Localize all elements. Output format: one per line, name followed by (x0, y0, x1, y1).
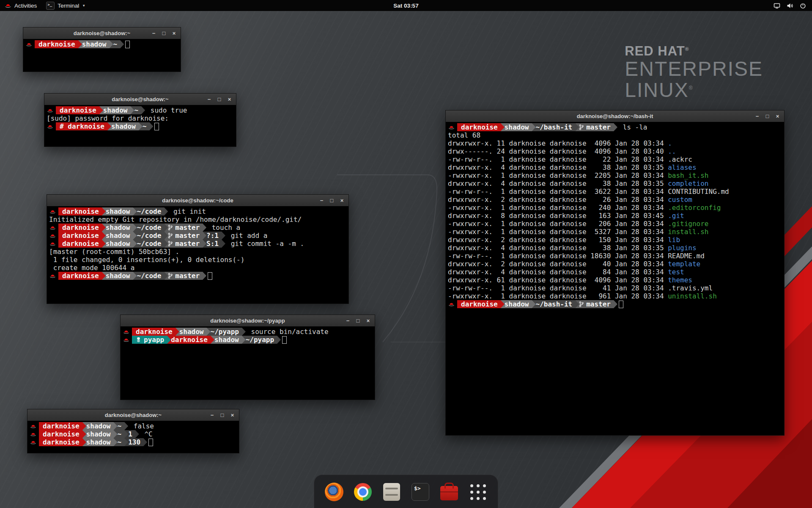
maximize-button[interactable]: □ (327, 196, 336, 205)
redhat-prompt-icon (49, 225, 56, 230)
chrome-icon[interactable] (353, 482, 373, 502)
terminal-content[interactable]: darknoiseshadow~ falsedarknoiseshadow~1 … (27, 421, 239, 453)
window-titlebar[interactable]: darknoise@shadow:~−□× (44, 94, 236, 105)
close-button[interactable]: × (170, 29, 178, 38)
terminal-content[interactable]: darknoiseshadow~ (23, 39, 181, 72)
branch-icon (579, 301, 584, 307)
window-titlebar[interactable]: darknoise@shadow:~/code−□× (47, 195, 348, 207)
terminal-text: drwxrwxr-x. 11 darknoise darknoise 4096 … (448, 139, 668, 147)
prompt-segment: shadow (102, 272, 137, 280)
terminal-text: false (129, 422, 154, 430)
branch-icon (168, 224, 173, 231)
terminal-line: Initialized empty Git repository in /hom… (49, 215, 348, 224)
prompt-segment: darknoise (167, 336, 214, 344)
terminal-cursor (154, 123, 159, 130)
minimize-button[interactable]: − (317, 196, 326, 205)
terminal-text: -rwxrwxr-x. 1 darknoise darknoise 2205 J… (448, 171, 668, 179)
terminal-line: drwxrwxr-x. 4 darknoise darknoise 38 Jan… (448, 163, 784, 171)
redhat-prompt-icon (49, 233, 56, 238)
prompt-segment: darknoise (58, 272, 106, 280)
redhat-prompt-icon (30, 423, 36, 429)
window-titlebar[interactable]: darknoise@shadow:~−□× (23, 28, 181, 39)
terminal-line: drwxrwxr-x. 4 darknoise darknoise 84 Jan… (448, 268, 784, 276)
top-bar: Activities >_ Terminal ▼ Sat 03:57 (0, 0, 812, 11)
firefox-icon[interactable] (324, 482, 344, 502)
terminal-text: CONTRIBUTING.md (668, 188, 729, 196)
terminal-line: 1 file changed, 0 insertions(+), 0 delet… (49, 256, 348, 264)
terminal-content[interactable]: darknoiseshadow~ sudo true[sudo] passwor… (44, 105, 236, 146)
terminal-content[interactable]: darknoiseshadow~/pyapp source bin/activa… (121, 326, 375, 400)
redhat-toolbox-icon[interactable] (439, 482, 459, 502)
close-button[interactable]: × (773, 112, 782, 121)
maximize-button[interactable]: □ (218, 411, 227, 420)
system-status-area[interactable] (774, 0, 812, 11)
branch-icon (579, 124, 584, 130)
terminal-text: install.sh (668, 228, 708, 236)
prompt-segment: shadow (102, 232, 137, 240)
terminal-icon[interactable]: $> (411, 482, 430, 502)
show-applications-icon[interactable] (468, 482, 488, 502)
terminal-window-pyapp[interactable]: darknoise@shadow:~/pyapp−□×darknoiseshad… (120, 315, 375, 400)
prompt-segment: shadow (78, 40, 113, 48)
redhat-prompt-icon (448, 124, 455, 130)
branch-icon (168, 232, 173, 239)
redhat-prompt-icon (47, 124, 53, 129)
terminal-text: drwxrwxr-x. 2 darknoise darknoise 26 Jan… (448, 196, 668, 204)
prompt-segment: darknoise (58, 207, 106, 215)
close-button[interactable]: × (364, 316, 373, 325)
terminal-app-icon: >_ (46, 2, 55, 10)
clock[interactable]: Sat 03:57 (393, 3, 418, 9)
terminal-line: darknoiseshadow~/codemasterS:1 git commi… (49, 240, 348, 248)
terminal-line: darknoiseshadow~ (25, 40, 181, 48)
maximize-button[interactable]: □ (215, 95, 224, 104)
terminal-line: # darknoiseshadow~ (47, 122, 236, 130)
terminal-cursor (125, 41, 130, 48)
maximize-button[interactable]: □ (159, 29, 168, 38)
minimize-button[interactable]: − (208, 411, 217, 420)
terminal-window-code[interactable]: darknoise@shadow:~/code−□×darknoiseshado… (47, 194, 349, 304)
terminal-window-home-1[interactable]: darknoise@shadow:~−□×darknoiseshadow~ (23, 27, 181, 72)
terminal-text: test (668, 268, 684, 276)
close-button[interactable]: × (337, 196, 346, 205)
terminal-content[interactable]: darknoiseshadow~/bash-itmaster ls -latot… (446, 122, 784, 435)
terminal-content[interactable]: darknoiseshadow~/code git initInitialize… (47, 206, 348, 304)
window-title: darknoise@shadow:~/bash-it (577, 113, 653, 119)
terminal-window-sudo[interactable]: darknoise@shadow:~−□×darknoiseshadow~ su… (44, 93, 236, 147)
minimize-button[interactable]: − (753, 112, 762, 121)
minimize-button[interactable]: − (149, 29, 158, 38)
prompt-segment: pyapp (132, 336, 171, 344)
window-titlebar[interactable]: darknoise@shadow:~/bash-it−□× (446, 110, 784, 122)
prompt-segment: shadow (102, 224, 137, 232)
terminal-window-bashit[interactable]: darknoise@shadow:~/bash-it−□×darknoisesh… (445, 110, 785, 436)
terminal-text: -rw-rw-r--. 1 darknoise darknoise 3622 J… (448, 188, 668, 196)
terminal-line: [sudo] password for darknoise: (47, 114, 236, 122)
terminal-line: total 68 (448, 131, 784, 139)
prompt-segment: darknoise (58, 224, 106, 232)
window-titlebar[interactable]: darknoise@shadow:~−□× (27, 409, 239, 421)
app-menu-terminal[interactable]: >_ Terminal ▼ (41, 0, 90, 11)
window-title: darknoise@shadow:~/pyapp (210, 318, 285, 324)
terminal-text: -rw-rw-r--. 1 darknoise darknoise 18630 … (448, 252, 668, 260)
files-icon[interactable] (382, 482, 401, 502)
minimize-button[interactable]: − (205, 95, 214, 104)
close-button[interactable]: × (228, 411, 237, 420)
terminal-text: [sudo] password for darknoise: (47, 114, 173, 122)
terminal-window-exitcodes[interactable]: darknoise@shadow:~−□×darknoiseshadow~ fa… (27, 409, 239, 453)
prompt-segment: ~/code (133, 232, 168, 240)
window-titlebar[interactable]: darknoise@shadow:~/pyapp−□× (121, 315, 375, 327)
terminal-line: drwxrwxr-x. 4 darknoise darknoise 38 Jan… (448, 179, 784, 188)
terminal-line: drwxrwxr-x. 2 darknoise darknoise 40 Jan… (448, 260, 784, 268)
terminal-text: drwxrwxr-x. 61 darknoise darknoise 4096 … (448, 276, 668, 284)
terminal-text: -rw-rw-r--. 1 darknoise darknoise 41 Jan… (448, 284, 668, 292)
terminal-line: pyappdarknoiseshadow~/pyapp (123, 336, 375, 344)
activities-button[interactable]: Activities (0, 0, 41, 11)
maximize-button[interactable]: □ (763, 112, 772, 121)
terminal-text: drwxrwxr-x. 2 darknoise darknoise 150 Ja… (448, 236, 668, 244)
terminal-text: ls -la (619, 123, 647, 131)
close-button[interactable]: × (225, 95, 234, 104)
maximize-button[interactable]: □ (354, 316, 362, 325)
minimize-button[interactable]: − (343, 316, 352, 325)
activities-label: Activities (14, 3, 37, 9)
branch-icon (168, 273, 173, 279)
terminal-line: drwxrwxr-x. 4 darknoise darknoise 38 Jan… (448, 244, 784, 252)
